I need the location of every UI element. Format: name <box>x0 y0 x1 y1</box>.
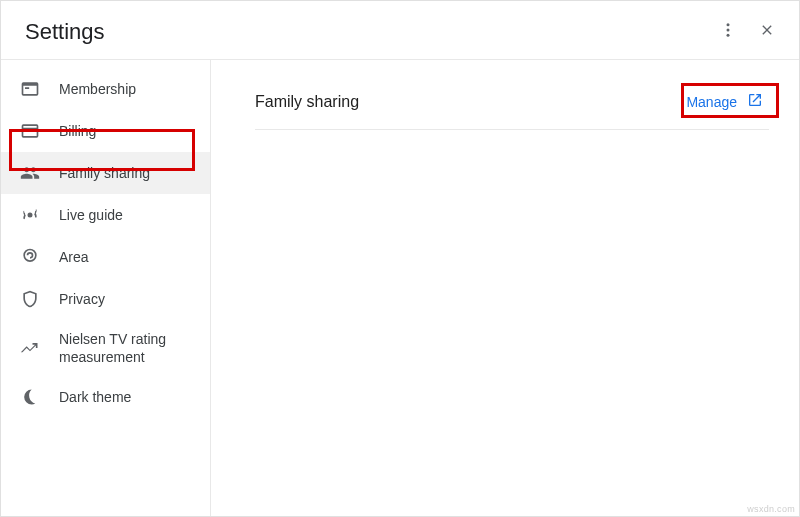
settings-body: Membership Billing Family sharing Live g… <box>1 60 799 517</box>
sidebar: Membership Billing Family sharing Live g… <box>1 60 211 517</box>
sidebar-item-nielsen[interactable]: Nielsen TV rating measurement <box>1 320 210 376</box>
main-content: Family sharing Manage <box>211 60 799 517</box>
sidebar-item-label: Nielsen TV rating measurement <box>59 330 198 366</box>
billing-icon <box>19 120 41 142</box>
page-title: Settings <box>25 19 105 45</box>
sidebar-item-label: Area <box>59 248 89 266</box>
sidebar-item-label: Membership <box>59 80 136 98</box>
manage-button[interactable]: Manage <box>680 88 769 115</box>
people-icon <box>19 162 41 184</box>
watermark: wsxdn.com <box>747 504 795 514</box>
sidebar-item-label: Family sharing <box>59 164 150 182</box>
close-icon[interactable] <box>759 22 775 42</box>
sidebar-item-privacy[interactable]: Privacy <box>1 278 210 320</box>
open-in-new-icon <box>747 92 763 111</box>
sidebar-item-dark-theme[interactable]: Dark theme <box>1 376 210 418</box>
sidebar-item-membership[interactable]: Membership <box>1 68 210 110</box>
sidebar-item-family-sharing[interactable]: Family sharing <box>1 152 210 194</box>
trending-icon <box>19 337 41 359</box>
sidebar-item-label: Billing <box>59 122 96 140</box>
section-title: Family sharing <box>255 93 359 111</box>
live-icon <box>19 204 41 226</box>
settings-header: Settings <box>1 1 799 59</box>
sidebar-item-label: Privacy <box>59 290 105 308</box>
svg-point-2 <box>727 34 730 37</box>
location-icon <box>19 246 41 268</box>
sidebar-item-label: Live guide <box>59 206 123 224</box>
svg-point-1 <box>727 29 730 32</box>
manage-label: Manage <box>686 94 737 110</box>
moon-icon <box>19 386 41 408</box>
svg-point-0 <box>727 23 730 26</box>
sidebar-item-label: Dark theme <box>59 388 131 406</box>
family-sharing-section: Family sharing Manage <box>255 88 769 130</box>
more-vert-icon[interactable] <box>719 21 737 43</box>
shield-icon <box>19 288 41 310</box>
sidebar-item-billing[interactable]: Billing <box>1 110 210 152</box>
header-actions <box>719 21 775 43</box>
sidebar-item-live-guide[interactable]: Live guide <box>1 194 210 236</box>
sidebar-item-area[interactable]: Area <box>1 236 210 278</box>
membership-icon <box>19 78 41 100</box>
